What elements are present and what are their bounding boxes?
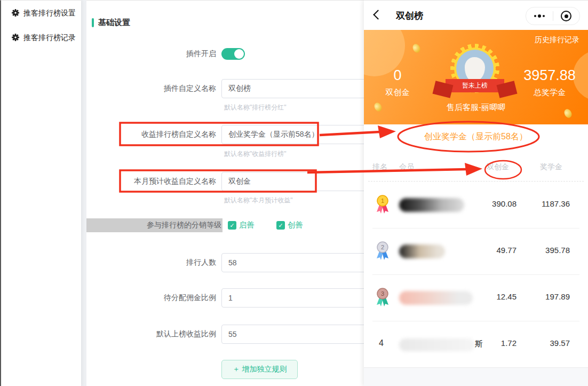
bronze-medal-icon: 3 [376,288,390,309]
rank-name-hint: 默认名称"收益排行榜" [224,149,287,159]
default-ratio-label: 默认上榜收益比例 [86,329,216,339]
checkbox-checked-icon: ✓ [276,221,285,230]
phone-preview-panel: 双创榜 历史排行记录 0 双创金 3957.88 总奖学金 暂未上榜 [364,0,588,386]
gear-icon [12,9,19,18]
gold-medal-icon: 1 [376,195,390,216]
my-shuangchuang-stat: 0 双创金 [365,67,430,98]
avatar-figure [465,57,485,82]
shuangchuang-value: 390.08 [460,199,517,208]
scholarship-value: 1187.36 [522,199,570,208]
section-header: 基础设置 [92,18,130,28]
dashed-divider [368,181,584,182]
plugin-toggle-label: 插件开启 [86,49,216,59]
levels-checkbox-group: ✓ 启善 ✓ 创善 [228,220,303,230]
commission-ratio-label: 待分配佣金比例 [86,293,216,303]
checkbox-checked-icon: ✓ [228,221,236,230]
shuangchuang-value: 49.77 [460,246,517,255]
phone-page-title: 双创榜 [396,10,423,22]
month-income-name-label: 本月预计收益自定义名称 [86,177,216,186]
header-shuangchuang: 双创金 [460,162,509,172]
user-nickname: 售后客服-丽唧唧 [364,103,588,113]
rank-count-label: 排行人数 [86,258,216,267]
checkbox-label: 创善 [288,220,303,230]
shuangchuang-value: 12.45 [460,292,517,301]
rank-number: 4 [379,338,384,348]
checkbox-qishan[interactable]: ✓ 启善 [228,220,254,230]
svg-text:3: 3 [381,290,384,297]
header-member: 会员 [399,162,414,172]
levels-label: 参与排行榜的分销等级 [86,218,223,232]
history-ranking-link[interactable]: 历史排行记录 [535,35,579,45]
stat-label: 双创金 [365,88,430,98]
ranking-subtitle: 创业奖学金（显示前58名） [364,131,588,143]
section-accent-bar [92,18,94,27]
month-income-name-hint: 默认名称"本月预计收益" [224,196,293,205]
phone-titlebar: 双创榜 [364,1,588,30]
silver-medal-icon: 2 [376,241,390,263]
stat-value: 3957.88 [518,67,582,83]
svg-text:1: 1 [381,198,384,204]
member-name-blurred [399,245,445,258]
three-dots-icon [534,14,545,18]
ranking-banner: 历史排行记录 0 双创金 3957.88 总奖学金 暂未上榜 售后客服-丽唧唧 [364,30,588,124]
not-ranked-ribbon: 暂未上榜 [446,79,504,92]
add-rule-button[interactable]: ＋ 增加独立规则 [221,360,298,379]
table-row[interactable]: 1 390.08 1187.36 [364,182,588,229]
table-row[interactable]: 4 斯 1.72 39.57 [364,321,588,367]
phone-footer-area [364,367,588,386]
sidebar-item-label: 推客排行榜设置 [23,9,76,18]
stat-label: 总奖学金 [518,88,582,98]
table-row[interactable]: 3 12.45 197.89 [364,275,588,321]
back-icon[interactable] [373,10,383,19]
plugin-toggle-switch[interactable] [221,48,245,60]
minimize-target-icon[interactable] [553,7,580,25]
sidebar-item-label: 推客排行榜记录 [23,33,76,43]
rank-name-label: 收益排行榜自定义名称 [86,130,216,139]
toggle-knob [234,49,244,59]
member-name-blurred [399,198,464,212]
checkbox-chuangshan[interactable]: ✓ 创善 [276,220,303,230]
coin-icon [411,43,422,54]
wechat-capsule [526,7,580,25]
scholarship-value: 395.78 [522,246,570,255]
stat-value: 0 [365,67,430,83]
table-header-row: 排名 会员 双创金 奖学金 [364,162,588,175]
sidebar-item-ranking-records[interactable]: 推客排行榜记录 [1,31,81,44]
total-scholarship-stat: 3957.88 总奖学金 [518,67,582,98]
shuangchuang-value: 1.72 [460,338,517,348]
target-circle-icon [561,11,571,21]
checkbox-label: 启善 [239,220,254,230]
table-row[interactable]: 2 49.77 395.78 [364,229,588,275]
scholarship-value: 39.57 [522,338,570,348]
sidebar: 推客排行榜设置 推客排行榜记录 [0,0,81,386]
plugin-name-hint: 默认名称"排行榜分红" [224,103,287,112]
plugin-name-label: 插件自定义名称 [86,84,216,93]
sidebar-item-ranking-settings[interactable]: 推客排行榜设置 [1,7,81,20]
scholarship-value: 197.89 [522,292,570,301]
section-title: 基础设置 [98,18,130,28]
header-rank: 排名 [372,162,387,172]
more-menu-icon[interactable] [526,7,553,25]
header-scholarship: 奖学金 [519,162,562,172]
gear-icon [12,34,19,43]
svg-text:2: 2 [381,244,384,250]
